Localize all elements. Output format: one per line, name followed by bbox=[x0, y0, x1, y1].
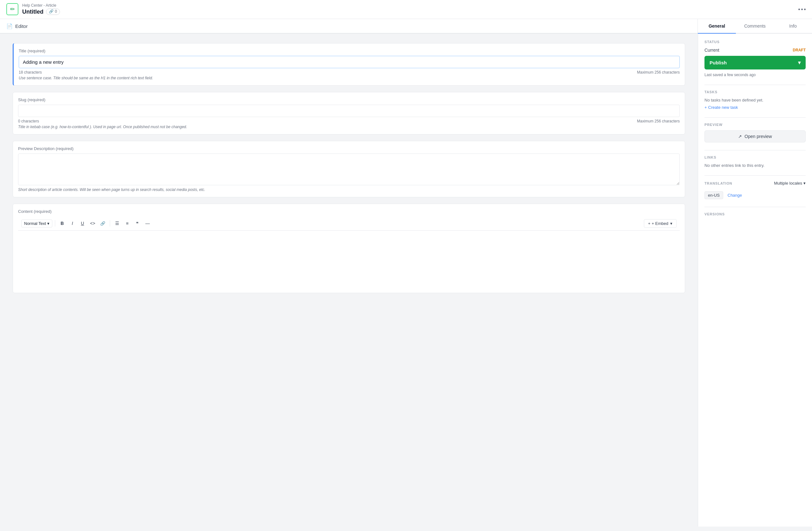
chevron-down-icon: ▾ bbox=[803, 181, 806, 186]
links-empty-text: No other entries link to this entry. bbox=[705, 163, 806, 168]
italic-button[interactable]: I bbox=[68, 219, 77, 228]
preview-textarea[interactable] bbox=[18, 154, 680, 185]
translation-section: TRANSLATION Multiple locales ▾ en-US Cha… bbox=[705, 181, 806, 199]
locale-badge: en-US bbox=[705, 191, 723, 199]
translation-row: TRANSLATION Multiple locales ▾ bbox=[705, 181, 806, 186]
ul-icon: ☰ bbox=[115, 221, 119, 226]
quote-icon: ❝ bbox=[136, 221, 139, 226]
title-char-info: 18 characters Maximum 256 characters bbox=[19, 70, 680, 74]
embed-button[interactable]: + + Embed ▾ bbox=[644, 219, 677, 228]
divider-2 bbox=[705, 117, 806, 118]
link-badge: 🔗 0 bbox=[46, 9, 60, 15]
more-options-button[interactable] bbox=[798, 9, 806, 10]
link-icon: 🔗 bbox=[100, 221, 105, 226]
versions-section-title: VERSIONS bbox=[705, 212, 806, 216]
divider-1 bbox=[705, 85, 806, 85]
quote-button[interactable]: ❝ bbox=[133, 219, 142, 228]
content-body[interactable] bbox=[18, 231, 680, 288]
slug-input[interactable] bbox=[18, 105, 680, 117]
bold-button[interactable]: B bbox=[58, 219, 67, 228]
editor-tab: 📄 Editor bbox=[6, 23, 28, 29]
plus-icon: + bbox=[705, 105, 707, 110]
toolbar-separator-2 bbox=[110, 220, 110, 227]
status-row: Current DRAFT bbox=[705, 47, 806, 53]
app-name: Untitled 🔗 0 bbox=[22, 8, 60, 16]
saved-text: Last saved a few seconds ago bbox=[705, 73, 806, 77]
tab-comments[interactable]: Comments bbox=[736, 19, 774, 34]
tab-bar: 📄 Editor General Comments Info bbox=[0, 19, 812, 34]
divider-4 bbox=[705, 175, 806, 176]
slug-hint: Title in kebab case (e.g. how-to-content… bbox=[18, 125, 680, 129]
plus-icon: + bbox=[648, 221, 651, 226]
divider-3 bbox=[705, 150, 806, 150]
links-section: LINKS No other entries link to this entr… bbox=[705, 155, 806, 168]
underline-button[interactable]: U bbox=[78, 219, 87, 228]
tasks-section: TASKS No tasks have been defined yet. + … bbox=[705, 90, 806, 110]
ol-icon: ≡ bbox=[126, 221, 129, 226]
right-tabs: General Comments Info bbox=[698, 19, 812, 33]
unordered-list-button[interactable]: ☰ bbox=[113, 219, 121, 228]
status-section-title: STATUS bbox=[705, 40, 806, 44]
tasks-section-title: TASKS bbox=[705, 90, 806, 94]
translation-section-title: TRANSLATION bbox=[705, 182, 733, 185]
tab-info[interactable]: Info bbox=[774, 19, 812, 34]
editor-tab-area: 📄 Editor bbox=[0, 19, 698, 33]
sidebar: STATUS Current DRAFT Publish ▾ Last save… bbox=[698, 34, 812, 527]
open-preview-button[interactable]: ↗ Open preview bbox=[705, 130, 806, 142]
hr-icon: — bbox=[145, 221, 150, 226]
translation-select[interactable]: Multiple locales ▾ bbox=[774, 181, 806, 186]
status-badge: DRAFT bbox=[793, 48, 806, 52]
chevron-down-icon: ▾ bbox=[47, 221, 49, 226]
text-style-select[interactable]: Normal Text ▾ bbox=[21, 219, 52, 227]
tasks-empty-text: No tasks have been defined yet. bbox=[705, 98, 806, 102]
slug-field-group: Slug (required) 0 characters Maximum 256… bbox=[13, 92, 685, 134]
title-hint: Use sentence case. Title should be same … bbox=[19, 76, 680, 80]
change-link[interactable]: Change bbox=[728, 193, 742, 198]
editor-icon: 📄 bbox=[6, 23, 13, 29]
tab-general[interactable]: General bbox=[698, 19, 736, 34]
locale-row: en-US Change bbox=[705, 189, 806, 199]
code-button[interactable]: <> bbox=[88, 219, 97, 228]
app-subtitle: Help Center - Article bbox=[22, 3, 60, 8]
app-icon: ✏ bbox=[6, 3, 18, 15]
ordered-list-button[interactable]: ≡ bbox=[123, 219, 132, 228]
divider-5 bbox=[705, 207, 806, 207]
title-field-group: Title (required) 18 characters Maximum 2… bbox=[13, 43, 685, 86]
embed-chevron-icon: ▾ bbox=[670, 221, 672, 226]
preview-section: PREVIEW ↗ Open preview bbox=[705, 123, 806, 142]
hr-button[interactable]: — bbox=[143, 219, 152, 228]
editor-area: Title (required) 18 characters Maximum 2… bbox=[0, 34, 698, 527]
content-field-group: Content (required) Normal Text ▾ B I U <… bbox=[13, 204, 685, 293]
slug-char-info: 0 characters Maximum 256 characters bbox=[18, 119, 680, 124]
versions-section: VERSIONS bbox=[705, 212, 806, 216]
title-input[interactable] bbox=[19, 56, 680, 68]
link-button[interactable]: 🔗 bbox=[98, 219, 107, 228]
top-bar: ✏ Help Center - Article Untitled 🔗 0 bbox=[0, 0, 812, 19]
preview-field-group: Preview Description (required) Short des… bbox=[13, 141, 685, 197]
status-section: STATUS Current DRAFT Publish ▾ Last save… bbox=[705, 40, 806, 77]
links-section-title: LINKS bbox=[705, 155, 806, 159]
external-link-icon: ↗ bbox=[738, 134, 742, 139]
title-label: Title (required) bbox=[19, 48, 680, 53]
content-toolbar: Normal Text ▾ B I U <> 🔗 ☰ ≡ bbox=[18, 216, 680, 231]
preview-label: Preview Description (required) bbox=[18, 146, 680, 151]
content-label: Content (required) bbox=[18, 209, 680, 214]
slug-label: Slug (required) bbox=[18, 97, 680, 102]
publish-arrow-icon: ▾ bbox=[798, 60, 801, 66]
preview-hint: Short description of article contents. W… bbox=[18, 187, 680, 192]
preview-section-title: PREVIEW bbox=[705, 123, 806, 127]
link-icon: 🔗 bbox=[49, 9, 54, 14]
create-task-link[interactable]: + Create new task bbox=[705, 105, 806, 110]
main-layout: Title (required) 18 characters Maximum 2… bbox=[0, 34, 812, 527]
app-title: Help Center - Article Untitled 🔗 0 bbox=[22, 3, 60, 16]
status-current-label: Current bbox=[705, 47, 720, 53]
publish-button[interactable]: Publish ▾ bbox=[705, 56, 806, 70]
top-bar-left: ✏ Help Center - Article Untitled 🔗 0 bbox=[6, 3, 60, 16]
toolbar-separator-1 bbox=[55, 220, 55, 227]
